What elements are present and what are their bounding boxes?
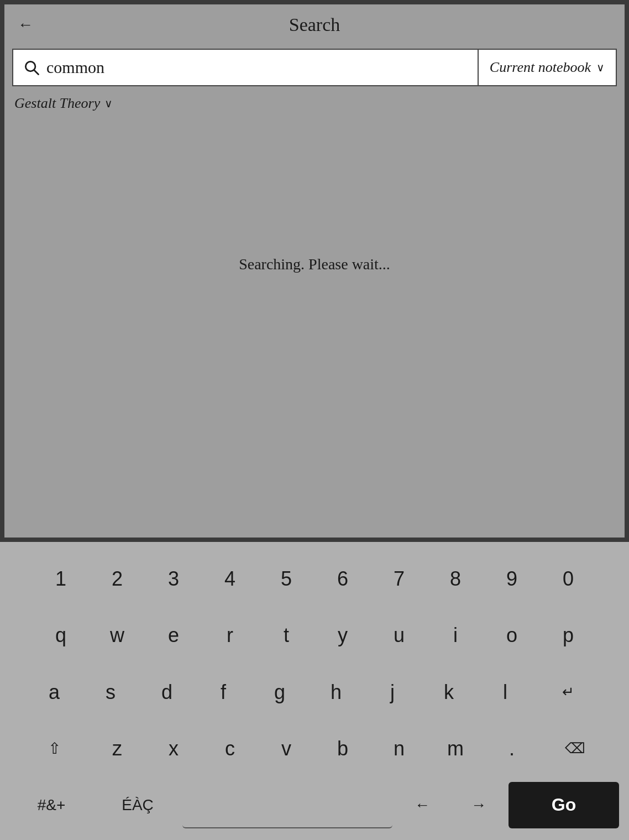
key-h[interactable]: h <box>310 669 363 716</box>
key-4[interactable]: 4 <box>203 556 256 602</box>
key-accents[interactable]: ÉÀÇ <box>96 782 179 828</box>
search-bar-container: Current notebook ∨ <box>12 49 617 86</box>
key-i[interactable]: i <box>429 612 482 659</box>
filter-row[interactable]: Gestalt Theory ∨ <box>4 86 625 112</box>
key-p[interactable]: p <box>542 612 595 659</box>
key-s[interactable]: s <box>84 669 137 716</box>
key-u[interactable]: u <box>373 612 426 659</box>
key-v[interactable]: v <box>260 726 313 772</box>
key-b[interactable]: b <box>316 726 369 772</box>
key-0[interactable]: 0 <box>542 556 595 602</box>
key-a[interactable]: a <box>28 669 81 716</box>
key-q[interactable]: q <box>34 612 87 659</box>
notebook-selector-chevron-icon: ∨ <box>596 61 605 74</box>
key-2[interactable]: 2 <box>91 556 144 602</box>
page-title: Search <box>289 14 340 35</box>
key-left-arrow[interactable]: ← <box>396 782 449 828</box>
keyboard-row-numbers: 1 2 3 4 5 6 7 8 9 0 <box>6 552 623 606</box>
key-space[interactable] <box>182 782 392 828</box>
key-symbols[interactable]: #&+ <box>10 782 93 828</box>
header: ← Search <box>4 4 625 45</box>
key-m[interactable]: m <box>429 726 482 772</box>
key-c[interactable]: c <box>203 726 256 772</box>
key-backspace[interactable]: ↵ <box>535 669 601 716</box>
key-x[interactable]: x <box>147 726 200 772</box>
search-icon <box>23 59 40 76</box>
key-7[interactable]: 7 <box>373 556 426 602</box>
key-go[interactable]: Go <box>509 782 619 828</box>
keyboard: 1 2 3 4 5 6 7 8 9 0 q w e r t y u i o p … <box>0 542 629 840</box>
key-l[interactable]: l <box>479 669 532 716</box>
key-delete[interactable]: ⌫ <box>542 726 608 772</box>
key-8[interactable]: 8 <box>429 556 482 602</box>
key-e[interactable]: e <box>147 612 200 659</box>
status-text: Searching. Please wait... <box>239 255 390 273</box>
notebook-selector[interactable]: Current notebook ∨ <box>478 49 617 86</box>
keyboard-row-asdf: a s d f g h j k l ↵ <box>6 665 623 719</box>
key-1[interactable]: 1 <box>34 556 87 602</box>
key-r[interactable]: r <box>203 612 256 659</box>
svg-line-1 <box>34 70 39 75</box>
status-area: Searching. Please wait... <box>4 255 625 273</box>
key-3[interactable]: 3 <box>147 556 200 602</box>
back-button[interactable]: ← <box>18 16 33 34</box>
key-k[interactable]: k <box>422 669 475 716</box>
key-y[interactable]: y <box>316 612 369 659</box>
filter-chevron-icon: ∨ <box>104 97 113 110</box>
key-t[interactable]: t <box>260 612 313 659</box>
key-w[interactable]: w <box>91 612 144 659</box>
key-j[interactable]: j <box>366 669 419 716</box>
key-9[interactable]: 9 <box>485 556 538 602</box>
key-5[interactable]: 5 <box>260 556 313 602</box>
keyboard-row-qwerty: q w e r t y u i o p <box>6 608 623 662</box>
filter-label: Gestalt Theory <box>14 95 100 112</box>
key-f[interactable]: f <box>197 669 250 716</box>
key-6[interactable]: 6 <box>316 556 369 602</box>
key-z[interactable]: z <box>91 726 144 772</box>
key-shift[interactable]: ⇧ <box>21 726 87 772</box>
key-d[interactable]: d <box>140 669 193 716</box>
notebook-selector-label: Current notebook <box>490 59 591 76</box>
keyboard-row-bottom: #&+ ÉÀÇ ← → Go <box>6 778 623 832</box>
search-input[interactable] <box>46 58 468 77</box>
key-right-arrow[interactable]: → <box>452 782 505 828</box>
keyboard-row-zxcv: ⇧ z x c v b n m . ⌫ <box>6 722 623 776</box>
screen: ← Search Current notebook ∨ Gestalt Theo… <box>0 0 629 542</box>
key-o[interactable]: o <box>485 612 538 659</box>
search-input-wrapper[interactable] <box>12 49 478 86</box>
key-n[interactable]: n <box>373 726 426 772</box>
key-g[interactable]: g <box>253 669 306 716</box>
key-period[interactable]: . <box>485 726 538 772</box>
